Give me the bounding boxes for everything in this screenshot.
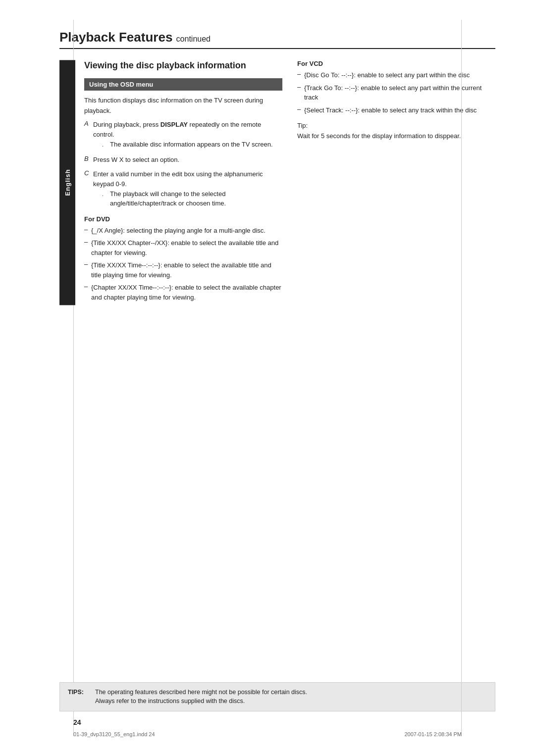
tips-row-2: Always refer to the instructions supplie… bbox=[68, 697, 487, 706]
for-dvd-title: For DVD bbox=[84, 215, 282, 223]
section-title: Viewing the disc playback information bbox=[84, 60, 282, 71]
substep-bullet: . bbox=[102, 140, 110, 149]
dvd-dash-0: – bbox=[84, 226, 91, 233]
page-number: 24 bbox=[73, 718, 81, 726]
dvd-text-2: {Title XX/XX Time--:--:--}: enable to se… bbox=[91, 260, 282, 280]
main-title: Playback Features continued bbox=[59, 30, 495, 49]
step-a: A During playback, press DISPLAY repeate… bbox=[84, 120, 282, 151]
vcd-item-0: – {Disc Go To: --:--}: enable to select … bbox=[297, 70, 495, 80]
vcd-text-1: {Track Go To: --:--}: enable to select a… bbox=[304, 83, 495, 102]
tip-label: Tip: bbox=[297, 122, 495, 129]
substep-text: The available disc information appears o… bbox=[110, 140, 273, 150]
step-b: B Press W X to select an option. bbox=[84, 155, 282, 165]
dvd-text-3: {Chapter XX/XX Time--:--:--}: enable to … bbox=[91, 283, 282, 302]
vcd-dash-2: – bbox=[297, 105, 304, 113]
dvd-text-1: {Title XX/XX Chapter--/XX}: enable to se… bbox=[91, 238, 282, 257]
osd-menu-bar: Using the OSD menu bbox=[84, 78, 282, 91]
tips-spacer bbox=[68, 697, 95, 706]
sidebar-english-tab: English bbox=[59, 60, 75, 305]
step-b-content: Press W X to select an option. bbox=[93, 155, 282, 165]
vcd-item-1: – {Track Go To: --:--}: enable to select… bbox=[297, 83, 495, 102]
step-b-label: B bbox=[84, 155, 93, 162]
vcd-item-2: – {Select Track: --:--}: enable to selec… bbox=[297, 105, 495, 115]
step-a-content: During playback, press DISPLAY repeatedl… bbox=[93, 120, 282, 151]
right-column: For VCD – {Disc Go To: --:--}: enable to… bbox=[297, 60, 495, 305]
for-vcd-list: – {Disc Go To: --:--}: enable to select … bbox=[297, 70, 495, 115]
tip-text: Wait for 5 seconds for the display infor… bbox=[297, 131, 495, 141]
vcd-dash-1: – bbox=[297, 83, 304, 91]
dvd-dash-1: – bbox=[84, 238, 91, 246]
tips-text-1: The operating features described here mi… bbox=[95, 688, 307, 697]
continued-label: continued bbox=[176, 35, 211, 43]
vcd-text-2: {Select Track: --:--}: enable to select … bbox=[304, 105, 477, 115]
dvd-item-0: – {_/X Angle}: selecting the playing ang… bbox=[84, 226, 282, 236]
dvd-text-0: {_/X Angle}: selecting the playing angle… bbox=[91, 226, 266, 236]
dvd-dash-3: – bbox=[84, 283, 91, 290]
two-column-layout: Viewing the disc playback information Us… bbox=[84, 60, 495, 305]
step-c: C Enter a valid number in the edit box u… bbox=[84, 169, 282, 210]
step-a-substep: . The available disc information appears… bbox=[102, 140, 282, 150]
vcd-text-0: {Disc Go To: --:--}: enable to select an… bbox=[304, 70, 470, 80]
step-c-content: Enter a valid number in the edit box usi… bbox=[93, 169, 282, 210]
for-vcd-title: For VCD bbox=[297, 60, 495, 67]
footer-tips-box: TIPS: The operating features described h… bbox=[59, 682, 495, 712]
vcd-dash-0: – bbox=[297, 70, 304, 78]
dvd-item-2: – {Title XX/XX Time--:--:--}: enable to … bbox=[84, 260, 282, 280]
for-dvd-list: – {_/X Angle}: selecting the playing ang… bbox=[84, 226, 282, 302]
title-text: Playback Features bbox=[59, 30, 172, 45]
file-info-right: 2007-01-15 2:08:34 PM bbox=[404, 731, 462, 737]
left-column: Viewing the disc playback information Us… bbox=[84, 60, 282, 305]
dvd-dash-2: – bbox=[84, 260, 91, 268]
substep-c-bullet: . bbox=[102, 189, 110, 199]
tips-row-1: TIPS: The operating features described h… bbox=[68, 688, 487, 697]
step-a-bold: DISPLAY bbox=[160, 121, 188, 128]
file-info-left: 01-39_dvp3120_55_eng1.indd 24 bbox=[73, 731, 155, 737]
dvd-item-1: – {Title XX/XX Chapter--/XX}: enable to … bbox=[84, 238, 282, 257]
step-a-prefix: During playback, press bbox=[93, 121, 160, 128]
tips-text-2: Always refer to the instructions supplie… bbox=[95, 697, 245, 706]
tips-label: TIPS: bbox=[68, 688, 95, 697]
step-c-substep: . The playback will change to the select… bbox=[102, 189, 282, 208]
page: Playback Features continued English View… bbox=[0, 0, 535, 756]
substep-c-text: The playback will change to the selected… bbox=[110, 189, 282, 208]
step-c-label: C bbox=[84, 169, 93, 177]
content-area: English Viewing the disc playback inform… bbox=[59, 60, 495, 305]
dvd-item-3: – {Chapter XX/XX Time--:--:--}: enable t… bbox=[84, 283, 282, 302]
step-a-label: A bbox=[84, 120, 93, 127]
step-c-text: Enter a valid number in the edit box usi… bbox=[93, 170, 263, 188]
intro-text: This function displays disc information … bbox=[84, 96, 282, 115]
